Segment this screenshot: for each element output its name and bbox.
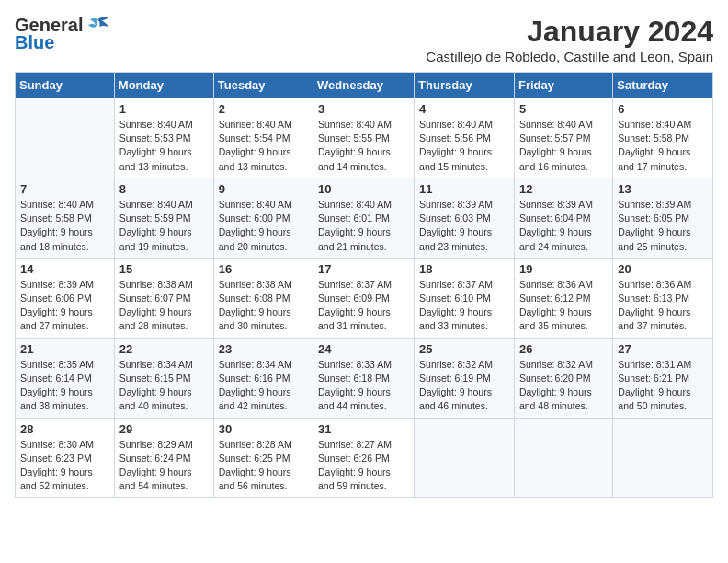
daylight-minutes: and 44 minutes. xyxy=(318,400,387,411)
cell-detail: Sunrise: 8:40 AMSunset: 6:01 PMDaylight:… xyxy=(318,198,409,254)
day-number: 12 xyxy=(519,182,608,196)
daylight-minutes: and 16 minutes. xyxy=(519,161,588,172)
sunrise-text: Sunrise: 8:29 AM xyxy=(119,439,193,450)
header-saturday: Saturday xyxy=(613,73,713,98)
cell-detail: Sunrise: 8:34 AMSunset: 6:15 PMDaylight:… xyxy=(119,358,209,414)
daylight-hours: Daylight: 9 hours xyxy=(618,226,690,237)
sunrise-text: Sunrise: 8:40 AM xyxy=(419,119,493,130)
day-number: 31 xyxy=(318,422,409,436)
day-number: 1 xyxy=(119,102,209,116)
day-number: 11 xyxy=(419,182,509,196)
sunrise-text: Sunrise: 8:27 AM xyxy=(318,439,392,450)
sunrise-text: Sunrise: 8:40 AM xyxy=(219,199,292,210)
sunrise-text: Sunrise: 8:32 AM xyxy=(419,359,493,370)
sunrise-text: Sunrise: 8:38 AM xyxy=(219,279,292,290)
calendar-cell xyxy=(415,418,515,498)
daylight-minutes: and 25 minutes. xyxy=(618,241,687,252)
calendar-cell: 1Sunrise: 8:40 AMSunset: 5:53 PMDaylight… xyxy=(114,98,213,178)
header-thursday: Thursday xyxy=(415,73,515,98)
daylight-hours: Daylight: 9 hours xyxy=(219,306,291,317)
daylight-hours: Daylight: 9 hours xyxy=(318,226,391,237)
cell-detail: Sunrise: 8:32 AMSunset: 6:20 PMDaylight:… xyxy=(519,358,608,414)
sunset-text: Sunset: 6:14 PM xyxy=(20,373,92,384)
day-number: 4 xyxy=(419,102,509,116)
daylight-hours: Daylight: 9 hours xyxy=(318,306,391,317)
sunset-text: Sunset: 6:09 PM xyxy=(318,293,390,304)
cell-detail: Sunrise: 8:39 AMSunset: 6:06 PMDaylight:… xyxy=(20,278,109,334)
daylight-hours: Daylight: 9 hours xyxy=(519,146,592,157)
calendar-cell: 10Sunrise: 8:40 AMSunset: 6:01 PMDayligh… xyxy=(313,178,415,258)
daylight-minutes: and 17 minutes. xyxy=(618,161,687,172)
sunset-text: Sunset: 5:54 PM xyxy=(219,132,290,144)
cell-detail: Sunrise: 8:39 AMSunset: 6:05 PMDaylight:… xyxy=(618,198,708,254)
sunrise-text: Sunrise: 8:31 AM xyxy=(618,359,691,370)
daylight-minutes: and 35 minutes. xyxy=(519,320,588,331)
daylight-minutes: and 54 minutes. xyxy=(119,480,188,491)
sunset-text: Sunset: 6:03 PM xyxy=(419,213,491,224)
calendar-cell: 27Sunrise: 8:31 AMSunset: 6:21 PMDayligh… xyxy=(613,338,713,418)
cell-detail: Sunrise: 8:27 AMSunset: 6:26 PMDaylight:… xyxy=(318,438,409,494)
sunset-text: Sunset: 6:04 PM xyxy=(519,213,591,224)
daylight-minutes: and 33 minutes. xyxy=(419,320,488,331)
daylight-minutes: and 23 minutes. xyxy=(419,241,488,252)
daylight-minutes: and 46 minutes. xyxy=(419,400,488,411)
cell-detail: Sunrise: 8:39 AMSunset: 6:04 PMDaylight:… xyxy=(519,198,608,254)
cell-detail: Sunrise: 8:28 AMSunset: 6:25 PMDaylight:… xyxy=(219,438,308,494)
day-number: 10 xyxy=(318,182,409,196)
sunset-text: Sunset: 6:01 PM xyxy=(318,213,390,224)
daylight-hours: Daylight: 9 hours xyxy=(618,306,690,317)
daylight-minutes: and 20 minutes. xyxy=(219,241,288,252)
daylight-minutes: and 30 minutes. xyxy=(219,320,288,331)
day-number: 2 xyxy=(219,102,308,116)
day-number: 3 xyxy=(318,102,409,116)
sunrise-text: Sunrise: 8:36 AM xyxy=(618,279,691,290)
daylight-minutes: and 42 minutes. xyxy=(219,400,288,411)
day-number: 28 xyxy=(20,422,109,436)
sunset-text: Sunset: 6:24 PM xyxy=(119,453,191,464)
sunset-text: Sunset: 6:10 PM xyxy=(419,293,491,304)
calendar-cell: 22Sunrise: 8:34 AMSunset: 6:15 PMDayligh… xyxy=(114,338,213,418)
calendar-cell: 3Sunrise: 8:40 AMSunset: 5:55 PMDaylight… xyxy=(313,98,415,178)
cell-detail: Sunrise: 8:40 AMSunset: 5:57 PMDaylight:… xyxy=(519,118,608,174)
sunrise-text: Sunrise: 8:40 AM xyxy=(618,119,691,130)
daylight-hours: Daylight: 9 hours xyxy=(419,226,492,237)
day-number: 14 xyxy=(20,262,109,276)
calendar-cell: 9Sunrise: 8:40 AMSunset: 6:00 PMDaylight… xyxy=(213,178,313,258)
sunrise-text: Sunrise: 8:39 AM xyxy=(20,279,94,290)
calendar-cell: 14Sunrise: 8:39 AMSunset: 6:06 PMDayligh… xyxy=(16,258,115,338)
calendar-cell: 11Sunrise: 8:39 AMSunset: 6:03 PMDayligh… xyxy=(415,178,515,258)
daylight-minutes: and 38 minutes. xyxy=(20,400,89,411)
daylight-hours: Daylight: 9 hours xyxy=(519,306,592,317)
daylight-minutes: and 52 minutes. xyxy=(20,480,89,491)
sunrise-text: Sunrise: 8:36 AM xyxy=(519,279,593,290)
calendar-cell: 15Sunrise: 8:38 AMSunset: 6:07 PMDayligh… xyxy=(114,258,213,338)
day-number: 21 xyxy=(20,342,109,356)
sunset-text: Sunset: 5:53 PM xyxy=(119,132,191,144)
daylight-hours: Daylight: 9 hours xyxy=(318,386,391,397)
sunrise-text: Sunrise: 8:37 AM xyxy=(419,279,493,290)
sunrise-text: Sunrise: 8:40 AM xyxy=(20,199,94,210)
calendar-cell: 20Sunrise: 8:36 AMSunset: 6:13 PMDayligh… xyxy=(613,258,713,338)
daylight-hours: Daylight: 9 hours xyxy=(20,386,93,397)
month-title: January 2024 xyxy=(426,15,713,49)
cell-detail: Sunrise: 8:40 AMSunset: 5:58 PMDaylight:… xyxy=(20,198,109,254)
sunrise-text: Sunrise: 8:33 AM xyxy=(318,359,392,370)
day-number: 8 xyxy=(119,182,209,196)
daylight-minutes: and 37 minutes. xyxy=(618,320,687,331)
day-number: 17 xyxy=(318,262,409,276)
sunset-text: Sunset: 6:25 PM xyxy=(219,453,290,464)
sunset-text: Sunset: 6:05 PM xyxy=(618,213,689,224)
day-number: 15 xyxy=(119,262,209,276)
calendar-cell: 6Sunrise: 8:40 AMSunset: 5:58 PMDaylight… xyxy=(613,98,713,178)
sunrise-text: Sunrise: 8:39 AM xyxy=(519,199,593,210)
day-number: 5 xyxy=(519,102,608,116)
daylight-minutes: and 48 minutes. xyxy=(519,400,588,411)
cell-detail: Sunrise: 8:39 AMSunset: 6:03 PMDaylight:… xyxy=(419,198,509,254)
sunrise-text: Sunrise: 8:32 AM xyxy=(519,359,593,370)
daylight-minutes: and 14 minutes. xyxy=(318,161,387,172)
location-subtitle: Castillejo de Robledo, Castille and Leon… xyxy=(426,49,713,64)
day-number: 13 xyxy=(618,182,708,196)
cell-detail: Sunrise: 8:40 AMSunset: 5:55 PMDaylight:… xyxy=(318,118,409,174)
calendar-cell: 28Sunrise: 8:30 AMSunset: 6:23 PMDayligh… xyxy=(16,418,115,498)
day-number: 9 xyxy=(219,182,308,196)
